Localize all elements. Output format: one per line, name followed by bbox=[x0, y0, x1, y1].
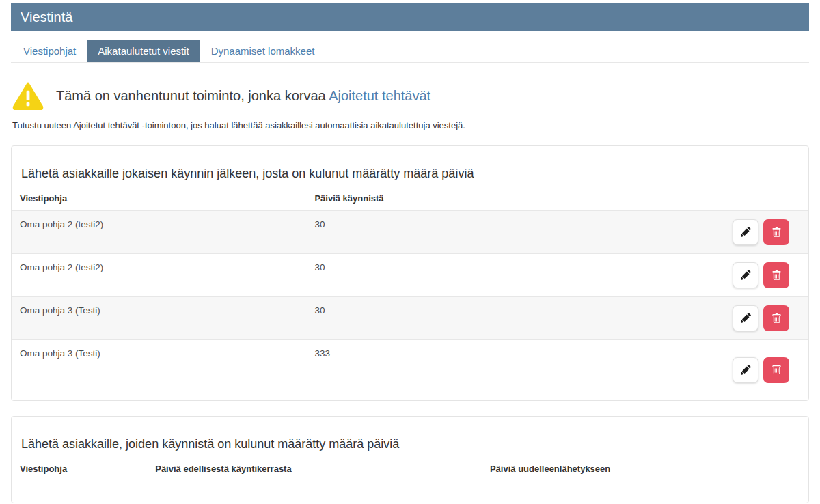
trash-icon bbox=[771, 227, 782, 238]
after-visit-panel-title: Lähetä asiakkaille jokaisen käynnin jälk… bbox=[21, 167, 799, 181]
table-row: Oma pohja 2 (testi2) 30 bbox=[12, 211, 808, 254]
delete-button[interactable] bbox=[763, 262, 789, 288]
template-cell: Oma pohja 3 (Testi) bbox=[12, 340, 306, 400]
edit-button[interactable] bbox=[733, 219, 758, 245]
table-row: Oma pohja 2 (testi2) 30 bbox=[12, 254, 808, 297]
table-row: Oma pohja 3 (Testi) 30 bbox=[12, 297, 808, 340]
deprecation-description: Tutustu uuteen Ajoitetut tehtävät -toimi… bbox=[11, 120, 809, 130]
days-cell: 30 bbox=[306, 211, 720, 254]
days-cell: 30 bbox=[306, 297, 720, 340]
column-header-viestipohja: Viestipohja bbox=[12, 458, 147, 481]
pencil-icon bbox=[740, 227, 751, 238]
column-header-paivia-edellisesta: Päiviä edellisestä käyntikerrasta bbox=[147, 458, 482, 481]
table-header-row: Viestipohja Päiviä käynnistä bbox=[12, 188, 808, 211]
actions-cell bbox=[720, 254, 808, 297]
delete-button[interactable] bbox=[763, 305, 789, 331]
table-header-row: Viestipohja Päiviä edellisestä käyntiker… bbox=[12, 458, 808, 481]
tab-dynaamiset-lomakkeet[interactable]: Dynaamiset lomakkeet bbox=[200, 40, 326, 62]
actions-cell bbox=[720, 340, 808, 400]
delete-button[interactable] bbox=[763, 219, 789, 245]
trash-icon bbox=[771, 365, 782, 375]
after-visit-table: Viestipohja Päiviä käynnistä Oma pohja 2… bbox=[12, 188, 808, 400]
days-cell: 333 bbox=[306, 340, 720, 400]
template-cell: Oma pohja 3 (Testi) bbox=[12, 297, 306, 340]
warning-triangle-icon bbox=[12, 81, 44, 110]
edit-button[interactable] bbox=[733, 262, 758, 288]
deprecation-message-text: Tämä on vanhentunut toiminto, jonka korv… bbox=[56, 88, 326, 103]
tab-bar: Viestipohjat Aikataulutetut viestit Dyna… bbox=[11, 40, 809, 63]
deprecation-warning: Tämä on vanhentunut toiminto, jonka korv… bbox=[11, 81, 809, 110]
template-cell: Oma pohja 2 (testi2) bbox=[12, 211, 306, 254]
edit-button[interactable] bbox=[733, 357, 758, 383]
resend-panel-title: Lähetä asiakkaille, joiden käynnistä on … bbox=[21, 437, 799, 451]
empty-cell bbox=[12, 481, 808, 503]
pencil-icon bbox=[740, 365, 751, 376]
deprecation-message: Tämä on vanhentunut toiminto, jonka korv… bbox=[56, 88, 430, 104]
after-visit-panel: Lähetä asiakkaille jokaisen käynnin jälk… bbox=[11, 145, 809, 401]
trash-icon bbox=[771, 313, 782, 324]
tab-viestipohjat[interactable]: Viestipohjat bbox=[12, 40, 87, 62]
actions-cell bbox=[720, 211, 808, 254]
column-header-viestipohja: Viestipohja bbox=[12, 188, 306, 211]
column-header-actions bbox=[720, 188, 808, 211]
template-cell: Oma pohja 2 (testi2) bbox=[12, 254, 306, 297]
empty-table-row bbox=[12, 481, 808, 503]
column-header-paivia-uudelleenlahetykseen: Päiviä uudelleenlähetykseen bbox=[482, 458, 808, 481]
pencil-icon bbox=[740, 313, 751, 324]
trash-icon bbox=[771, 270, 782, 281]
edit-button[interactable] bbox=[733, 305, 758, 331]
pencil-icon bbox=[740, 270, 751, 281]
viestinta-page: Viestintä Viestipohjat Aikataulutetut vi… bbox=[0, 0, 820, 503]
column-header-paivia-kaynnista: Päiviä käynnistä bbox=[306, 188, 720, 211]
days-cell: 30 bbox=[306, 254, 720, 297]
table-row: Oma pohja 3 (Testi) 333 bbox=[12, 340, 808, 400]
actions-cell bbox=[720, 297, 808, 340]
page-title: Viestintä bbox=[20, 10, 72, 25]
delete-button[interactable] bbox=[763, 357, 789, 383]
resend-table: Viestipohja Päiviä edellisestä käyntiker… bbox=[12, 458, 808, 503]
page-header: Viestintä bbox=[11, 3, 809, 31]
tab-aikataulutetut-viestit[interactable]: Aikataulutetut viestit bbox=[87, 40, 200, 62]
resend-panel: Lähetä asiakkaille, joiden käynnistä on … bbox=[11, 416, 809, 504]
ajoitetut-tehtavat-link[interactable]: Ajoitetut tehtävät bbox=[329, 88, 430, 103]
